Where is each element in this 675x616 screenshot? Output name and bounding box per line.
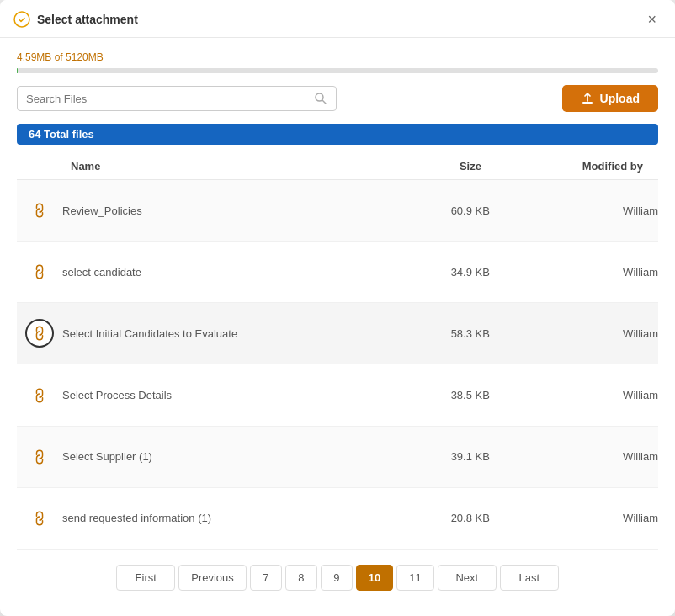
table-row[interactable]: Review_Policies60.9 KBWilliam <box>17 180 658 242</box>
progress-bar-fill <box>17 68 18 73</box>
page-button-11[interactable]: 11 <box>396 565 433 591</box>
file-modified-by: William <box>490 487 658 549</box>
file-size: 58.3 KB <box>412 303 490 364</box>
file-size: 38.5 KB <box>412 364 490 426</box>
file-name[interactable]: select candidate <box>62 242 412 303</box>
page-button-8[interactable]: 8 <box>285 565 317 591</box>
attachment-icon <box>13 11 30 28</box>
file-icon-cell <box>17 180 62 242</box>
link-icon <box>29 507 50 528</box>
link-icon-wrap <box>25 196 54 225</box>
dialog-title: Select attachment <box>37 13 138 26</box>
link-icon-wrap <box>25 381 54 410</box>
dialog-title-row: Select attachment <box>13 11 138 28</box>
table-row[interactable]: Select Initial Candidates to Evaluate58.… <box>17 303 658 364</box>
select-attachment-dialog: Select attachment × 4.59MB of 5120MB <box>0 0 675 616</box>
svg-rect-3 <box>582 102 593 104</box>
col-header-name: Name <box>62 155 412 180</box>
svg-line-2 <box>322 100 326 104</box>
dialog-header: Select attachment × <box>0 0 675 38</box>
page-button-7[interactable]: 7 <box>250 565 282 591</box>
close-button[interactable]: × <box>642 10 662 29</box>
file-modified-by: William <box>490 303 658 364</box>
page-button-9[interactable]: 9 <box>321 565 353 591</box>
col-header-size: Size <box>412 155 490 180</box>
page-button-10[interactable]: 10 <box>356 565 393 591</box>
progress-bar-background <box>17 68 658 73</box>
file-size: 39.1 KB <box>412 426 490 487</box>
pagination: FirstPrevious7891011NextLast <box>17 550 658 603</box>
file-icon-cell <box>17 242 62 303</box>
link-icon <box>29 385 50 406</box>
table-row[interactable]: Select Process Details38.5 KBWilliam <box>17 364 658 426</box>
table-row[interactable]: send requested information (1)20.8 KBWil… <box>17 487 658 549</box>
search-icon <box>314 92 327 105</box>
search-input[interactable] <box>26 93 314 105</box>
file-icon-cell <box>17 426 62 487</box>
upload-icon <box>581 92 594 105</box>
file-modified-by: William <box>490 242 658 303</box>
page-button-previous[interactable]: Previous <box>178 565 247 591</box>
link-icon <box>29 262 50 283</box>
file-table-body: Review_Policies60.9 KBWilliam select can… <box>17 180 658 550</box>
table-header-row: Name Size Modified by <box>17 155 658 180</box>
file-icon-cell <box>17 364 62 426</box>
upload-button[interactable]: Upload <box>562 85 658 112</box>
page-button-first[interactable]: First <box>116 565 175 591</box>
file-modified-by: William <box>490 364 658 426</box>
dialog-body: 4.59MB of 5120MB Upload 64 Total <box>0 38 675 616</box>
file-icon-cell <box>17 303 62 364</box>
search-box <box>17 86 337 111</box>
link-icon-wrap <box>25 443 54 471</box>
file-size: 34.9 KB <box>412 242 490 303</box>
link-icon <box>29 446 50 467</box>
file-size: 60.9 KB <box>412 180 490 242</box>
file-table: Name Size Modified by Review_Policies60.… <box>17 155 658 550</box>
storage-info: 4.59MB of 5120MB <box>17 51 658 63</box>
file-size: 20.8 KB <box>412 487 490 549</box>
table-row[interactable]: select candidate34.9 KBWilliam <box>17 242 658 303</box>
file-name[interactable]: Select Process Details <box>62 364 412 426</box>
svg-point-0 <box>14 12 29 27</box>
table-row[interactable]: Select Supplier (1)39.1 KBWilliam <box>17 426 658 487</box>
file-name[interactable]: Select Initial Candidates to Evaluate <box>62 303 412 364</box>
link-icon-wrap <box>25 504 54 533</box>
link-icon <box>29 199 50 220</box>
file-name[interactable]: Select Supplier (1) <box>62 426 412 487</box>
col-header-icon <box>17 155 62 180</box>
page-button-next[interactable]: Next <box>438 565 497 591</box>
page-button-last[interactable]: Last <box>500 565 559 591</box>
link-icon-wrap <box>25 258 54 286</box>
search-upload-row: Upload <box>17 85 658 112</box>
col-header-modified-by: Modified by <box>490 155 658 180</box>
file-modified-by: William <box>490 180 658 242</box>
total-files-badge: 64 Total files <box>17 124 658 145</box>
link-icon <box>29 323 50 344</box>
file-name[interactable]: Review_Policies <box>62 180 412 242</box>
file-name[interactable]: send requested information (1) <box>62 487 412 549</box>
link-icon-wrap <box>25 319 54 348</box>
file-modified-by: William <box>490 426 658 487</box>
file-icon-cell <box>17 487 62 549</box>
